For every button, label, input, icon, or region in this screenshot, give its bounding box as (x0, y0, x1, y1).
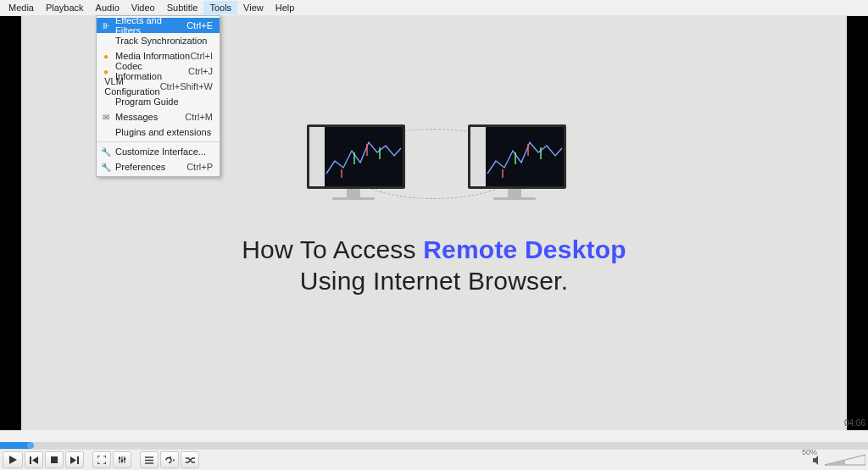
menu-item-vlm-configuration[interactable]: VLM Configuration Ctrl+Shift+W (97, 79, 220, 94)
menu-tools[interactable]: Tools (203, 1, 237, 14)
sliders-icon: ⊪ (97, 21, 115, 30)
seek-progress (0, 442, 31, 449)
previous-button[interactable] (25, 451, 43, 468)
svg-point-18 (121, 460, 124, 462)
menu-item-label: Preferences (115, 162, 186, 172)
svg-rect-13 (77, 456, 79, 464)
title-highlight: Remote Desktop (423, 235, 626, 263)
volume-percent: 50% (802, 448, 817, 456)
seek-handle[interactable] (27, 442, 34, 449)
menu-item-shortcut: Ctrl+E (186, 20, 220, 30)
next-button[interactable] (65, 451, 84, 468)
menu-item-label: Messages (115, 112, 185, 122)
monitor-screen (468, 124, 566, 189)
stop-button[interactable] (45, 451, 64, 468)
svg-point-19 (124, 458, 126, 461)
menu-item-label: Program Guide (115, 97, 213, 107)
message-icon: ✉ (97, 113, 115, 122)
menu-item-program-guide[interactable]: Program Guide (97, 94, 220, 109)
menu-item-shortcut: Ctrl+J (188, 66, 220, 76)
menu-item-effects-and-filters[interactable]: ⊪ Effects and Filters Ctrl+E (97, 18, 220, 33)
menu-playback[interactable]: Playback (40, 1, 90, 14)
wrench-icon: 🔧 (97, 147, 115, 157)
play-button[interactable] (3, 451, 23, 468)
menu-item-shortcut: Ctrl+M (185, 112, 220, 122)
menu-item-shortcut: Ctrl+I (190, 51, 220, 61)
menu-item-label: VLM Configuration (104, 76, 159, 97)
menu-separator (97, 141, 219, 142)
menu-audio[interactable]: Audio (90, 1, 125, 14)
menu-item-label: Track Synchronization (115, 36, 213, 46)
monitor-left (307, 124, 400, 200)
menu-item-plugins-and-extensions[interactable]: Plugins and extensions (97, 124, 220, 140)
menu-item-shortcut: Ctrl+P (186, 162, 220, 172)
total-time[interactable]: 04:06 (844, 418, 865, 428)
svg-marker-8 (9, 456, 17, 464)
menu-item-label: Plugins and extensions (115, 127, 213, 137)
fullscreen-button[interactable] (92, 451, 111, 468)
menu-video[interactable]: Video (125, 1, 161, 14)
svg-rect-11 (51, 456, 58, 463)
extended-settings-button[interactable] (113, 451, 131, 468)
menu-item-track-synchronization[interactable]: Track Synchronization (97, 33, 220, 48)
menu-media[interactable]: Media (3, 1, 40, 14)
vlc-window: Media Playback Audio Video Subtitle Tool… (0, 0, 868, 470)
menu-item-preferences[interactable]: 🔧 Preferences Ctrl+P (97, 159, 220, 174)
svg-point-17 (119, 457, 121, 460)
control-bar: 50% (0, 449, 868, 470)
menu-item-label: Media Information (115, 51, 190, 61)
menu-item-label: Effects and Filters (115, 15, 186, 36)
title-text: How To Access (242, 235, 423, 263)
pillarbox-left (0, 16, 21, 430)
menu-item-shortcut: Ctrl+Shift+W (160, 81, 220, 91)
monitors-illustration (307, 124, 561, 200)
menu-view[interactable]: View (237, 1, 270, 14)
svg-rect-9 (30, 456, 31, 464)
svg-marker-23 (813, 456, 818, 465)
tools-dropdown: ⊪ Effects and Filters Ctrl+E Track Synch… (96, 15, 220, 177)
menu-help[interactable]: Help (270, 1, 301, 14)
video-title-line2: Using Internet Browser. (242, 265, 626, 297)
wrench-icon: 🔧 (97, 163, 115, 172)
monitor-screen (307, 124, 405, 189)
menu-subtitle[interactable]: Subtitle (161, 1, 204, 14)
info-icon: ● (97, 67, 115, 76)
menu-item-messages[interactable]: ✉ Messages Ctrl+M (97, 109, 220, 124)
monitor-right (468, 124, 561, 200)
menu-item-label: Customize Interface... (115, 147, 213, 157)
seek-slider[interactable] (0, 442, 868, 449)
volume-slider[interactable] (825, 454, 865, 466)
video-title-line1: How To Access Remote Desktop (242, 234, 626, 266)
menu-item-customize-interface[interactable]: 🔧 Customize Interface... (97, 144, 220, 159)
svg-marker-12 (70, 456, 76, 464)
random-button[interactable] (181, 451, 199, 468)
info-icon: ● (97, 52, 115, 61)
loop-button[interactable] (160, 451, 179, 468)
time-row: 04:06 (0, 430, 868, 442)
svg-marker-10 (32, 456, 38, 464)
pillarbox-right (847, 16, 868, 430)
menubar: Media Playback Audio Video Subtitle Tool… (0, 0, 868, 16)
video-title: How To Access Remote Desktop Using Inter… (242, 234, 626, 297)
playlist-button[interactable] (140, 451, 159, 468)
